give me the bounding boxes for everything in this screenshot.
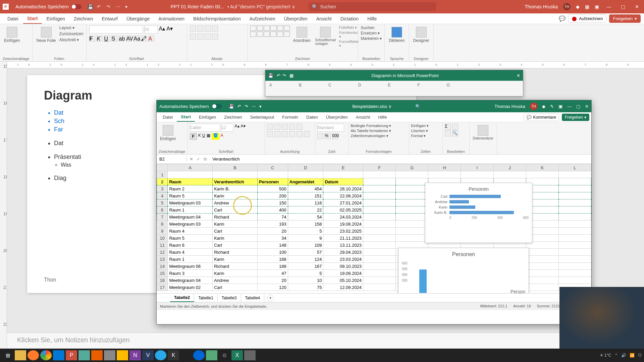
cell[interactable]	[558, 263, 591, 270]
grow-font-icon[interactable]: A▴	[235, 124, 239, 132]
row-header[interactable]: 16	[157, 277, 168, 284]
cell[interactable]	[363, 185, 396, 192]
cell[interactable]: 193	[258, 221, 288, 228]
share-button[interactable]: Freigeben ▾	[562, 114, 589, 121]
cell[interactable]: Karin	[213, 221, 258, 228]
redo-icon[interactable]: ↷	[282, 73, 286, 78]
autosave-toggle[interactable]: Automatisches Speichern	[15, 4, 82, 9]
cell[interactable]: Raum 1	[168, 256, 213, 263]
cell[interactable]: Datum	[323, 178, 363, 185]
cell[interactable]: 12.09.2024	[323, 284, 363, 291]
taskbar-app[interactable]: N	[129, 350, 141, 360]
as-table-button[interactable]: Als Tabelle formatieren ▾	[351, 129, 391, 133]
notes-pane[interactable]: Klicken Sie, um Notizen hinzuzufügen	[7, 333, 644, 349]
cell[interactable]: 9	[288, 235, 323, 242]
cell[interactable]	[558, 270, 591, 277]
cell[interactable]: 24.03.2024	[323, 214, 363, 221]
indent-inc-icon[interactable]	[212, 25, 218, 32]
cell[interactable]: Karin B.	[213, 185, 258, 192]
tab-ueberpruefen[interactable]: Überprüfen	[322, 113, 352, 121]
cell[interactable]	[558, 206, 591, 214]
row-header[interactable]: 3	[157, 185, 168, 192]
grow-font-icon[interactable]: A▴	[159, 25, 165, 34]
cell[interactable]: 400	[258, 206, 288, 214]
cell[interactable]	[526, 171, 558, 178]
cell[interactable]: Karin	[213, 270, 258, 277]
cell[interactable]: 54	[288, 214, 323, 221]
cell[interactable]: 116	[288, 199, 323, 206]
maximize-button[interactable]: ▢	[619, 4, 627, 9]
cell[interactable]	[558, 192, 591, 199]
tab-datei[interactable]: Datei	[159, 113, 177, 121]
cell[interactable]	[363, 249, 396, 256]
reset-button[interactable]: Zurücksetzen	[59, 32, 84, 36]
tab-ansicht[interactable]: Ansicht	[312, 14, 336, 23]
cell[interactable]	[558, 178, 591, 185]
diamond-icon[interactable]: ◆	[576, 4, 580, 9]
user-name[interactable]: Thomas Hruska	[525, 4, 558, 9]
qat-dropdown-icon[interactable]: ▾	[125, 4, 130, 9]
cell[interactable]	[363, 221, 396, 228]
shape-icon[interactable]	[284, 32, 290, 37]
comment-icon[interactable]: 💬	[559, 15, 566, 22]
save-icon[interactable]: 💾	[268, 73, 273, 78]
indent-inc-icon[interactable]	[297, 131, 303, 137]
cell[interactable]: 167	[288, 263, 323, 270]
cell[interactable]: 20	[258, 277, 288, 284]
row-header[interactable]: 2	[157, 178, 168, 185]
cell[interactable]: Meetingraum 03	[168, 221, 213, 228]
cell[interactable]	[363, 206, 396, 214]
cell[interactable]: 22.08.2024	[323, 192, 363, 199]
row-header[interactable]: 5	[157, 199, 168, 206]
cell[interactable]: 09.10.2023	[323, 263, 363, 270]
tab-zeichnen[interactable]: Zeichnen	[70, 14, 97, 23]
shrink-font-icon[interactable]: A▾	[166, 25, 173, 34]
align-center-icon[interactable]	[274, 131, 280, 137]
shape-icon[interactable]	[264, 25, 270, 31]
sheet-tab[interactable]: Tabelle4	[241, 294, 265, 302]
col-header[interactable]: L	[558, 164, 591, 171]
share-button[interactable]: Freigeben▾	[609, 14, 641, 23]
undo-icon[interactable]: ↶	[237, 104, 241, 109]
strike-button[interactable]: S	[111, 36, 117, 42]
cell[interactable]: Andrew	[213, 277, 258, 284]
dictate-button[interactable]: Diktieren	[387, 25, 406, 44]
cell[interactable]: Raum 6	[168, 242, 213, 249]
cell[interactable]	[323, 171, 363, 178]
row-header[interactable]: 7	[157, 214, 168, 221]
indent-dec-icon[interactable]	[289, 131, 295, 137]
align-left-icon[interactable]	[267, 131, 273, 137]
formula-value[interactable]: Verantwortlich	[210, 157, 243, 162]
taskbar-app[interactable]: ⚙	[219, 350, 230, 360]
undo-icon[interactable]: ↶	[97, 4, 102, 9]
sort-icon[interactable]	[452, 124, 458, 130]
cell[interactable]: Personen	[258, 178, 288, 185]
tab-hilfe[interactable]: Hilfe	[374, 113, 391, 121]
font-name-select[interactable]	[190, 124, 220, 132]
taskbar-app[interactable]	[78, 350, 90, 360]
start-button[interactable]: ⊞	[2, 350, 13, 360]
toggle-off-icon[interactable]	[71, 4, 82, 9]
tab-daten[interactable]: Daten	[302, 113, 322, 121]
shrink-font-icon[interactable]: A▾	[241, 124, 246, 132]
cell[interactable]: 47	[258, 270, 288, 277]
arrange-button[interactable]: Anordnen	[292, 25, 312, 44]
save-location[interactable]: • Auf "diesem PC" gespeichert ∨	[227, 4, 295, 9]
data-analysis-button[interactable]: Datenanalyse	[472, 124, 495, 141]
cell[interactable]	[363, 199, 396, 206]
document-title[interactable]: PPT 01 Roter Faden 00...	[171, 4, 224, 9]
embedded-chart-1[interactable]: Personen CarlAndrewKarinKarin B. 0200400…	[425, 183, 532, 243]
cell[interactable]	[396, 171, 428, 178]
cell[interactable]: Raum	[168, 178, 213, 185]
row-header[interactable]: 9	[157, 228, 168, 235]
cell[interactable]: 34	[258, 235, 288, 242]
cell[interactable]	[258, 171, 288, 178]
col-header[interactable]: D	[288, 164, 323, 171]
taskbar-app[interactable]	[117, 350, 128, 360]
tab-start[interactable]: Start	[23, 14, 42, 24]
qat-icon[interactable]: ⋯	[252, 104, 256, 109]
tray-icon[interactable]: 📶	[630, 353, 635, 358]
cell[interactable]: 20	[258, 228, 288, 235]
tab-seitenlayout[interactable]: Seitenlayout	[246, 113, 278, 121]
cell[interactable]: 148	[258, 242, 288, 249]
